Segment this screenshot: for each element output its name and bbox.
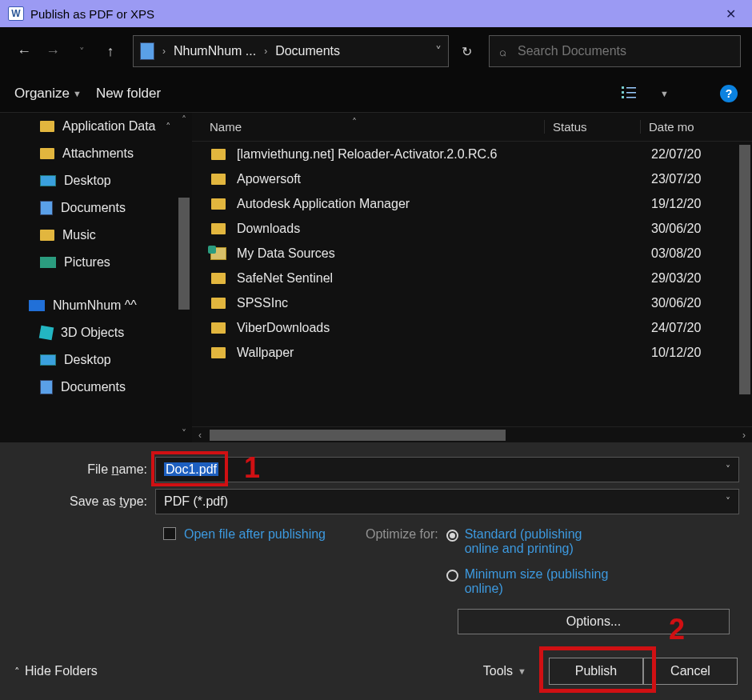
col-header-name[interactable]: Name ˄	[192, 120, 544, 134]
list-item[interactable]: Apowersoft 23/07/20	[192, 166, 752, 191]
folder-icon	[211, 298, 226, 309]
scroll-down-icon[interactable]: ˅	[182, 428, 186, 439]
list-item[interactable]: ViberDownloads 24/07/20	[192, 315, 752, 340]
list-item[interactable]: [lamviethung.net] Reloader-Activator.2.0…	[192, 142, 752, 166]
organize-label: Organize	[14, 86, 70, 102]
col-header-date[interactable]: Date mo	[640, 120, 752, 134]
tree-scrollbar[interactable]: ˄ ˅	[176, 113, 192, 442]
radio-icon	[446, 570, 458, 582]
folder-icon	[211, 174, 226, 185]
list-item[interactable]: My Data Sources 03/08/20	[192, 241, 752, 266]
open-after-checkbox[interactable]: Open file after publishing	[163, 527, 326, 596]
computer-icon	[29, 300, 45, 311]
scroll-thumb[interactable]	[739, 145, 750, 394]
address-bar[interactable]: › NhumNhum ... › Documents ˅	[133, 35, 449, 67]
back-button[interactable]: ←	[11, 38, 37, 64]
savetype-label: Save as type:	[13, 494, 155, 509]
list-item[interactable]: Wallpaper 10/12/20	[192, 340, 752, 365]
organize-button[interactable]: Organize ▼	[14, 86, 82, 102]
chevron-down-icon[interactable]: ˅	[726, 496, 730, 507]
publish-button[interactable]: Publish	[549, 658, 643, 685]
file-icon	[40, 380, 53, 394]
filename-value: Doc1.pdf	[164, 462, 218, 476]
radio-icon	[446, 530, 458, 542]
svg-rect-0	[622, 86, 624, 89]
scroll-thumb[interactable]	[210, 430, 506, 441]
history-dropdown[interactable]: ˅	[69, 38, 94, 64]
address-dropdown-icon[interactable]: ˅	[435, 44, 442, 59]
scroll-left-icon[interactable]: ‹	[192, 430, 208, 441]
folder-icon	[40, 230, 54, 241]
list-item[interactable]: Autodesk Application Manager 19/12/20	[192, 191, 752, 216]
list-item[interactable]: SafeNet Sentinel 29/03/20	[192, 266, 752, 290]
chevron-up-icon: ˄	[14, 666, 20, 678]
tree-item[interactable]: Attachments	[0, 140, 192, 167]
hide-folders-button[interactable]: ˄ Hide Folders	[14, 664, 98, 678]
scroll-up-icon[interactable]: ˄	[182, 114, 186, 126]
folder-icon	[211, 149, 226, 160]
tree-item-label: Documents	[61, 380, 126, 394]
ds-icon	[210, 247, 226, 260]
forward-button[interactable]: →	[40, 38, 66, 64]
savetype-select[interactable]: PDF (*.pdf) ˅	[155, 489, 739, 514]
file-name: [lamviethung.net] Reloader-Activator.2.0…	[237, 147, 555, 162]
pic-icon	[40, 257, 56, 268]
desk-icon	[40, 175, 56, 186]
tree-item[interactable]: Documents	[0, 194, 192, 222]
tree-item[interactable]: Desktop	[0, 167, 192, 194]
file-name: Downloads	[237, 222, 555, 236]
tree-item[interactable]: Documents	[0, 374, 192, 401]
breadcrumb-seg-1[interactable]: NhumNhum ...	[174, 44, 256, 58]
chevron-down-icon[interactable]: ˅	[726, 464, 730, 475]
refresh-button[interactable]: ↻	[452, 35, 481, 67]
optimize-label: Optimize for:	[366, 527, 438, 596]
file-name: SafeNet Sentinel	[237, 271, 555, 286]
file-list-panel: Name ˄ Status Date mo [lamviethung.net] …	[192, 113, 752, 442]
optimize-minimum-label: Minimum size (publishing online)	[465, 567, 609, 596]
body-split: Application Data˄ Attachments Desktop Do…	[0, 112, 752, 442]
file-icon	[40, 201, 53, 215]
desk-icon	[40, 354, 56, 366]
search-box[interactable]: ⌕	[489, 35, 741, 67]
scroll-thumb[interactable]	[178, 198, 190, 310]
titlebar: W Publish as PDF or XPS ✕	[0, 0, 752, 27]
cancel-button[interactable]: Cancel	[643, 658, 738, 685]
tree-item[interactable]: Music	[0, 222, 192, 249]
search-input[interactable]	[518, 44, 730, 58]
toolbar: Organize ▼ New folder ▼ ?	[0, 75, 752, 112]
svg-rect-2	[622, 96, 624, 98]
svg-rect-3	[626, 87, 636, 89]
list-item[interactable]: Downloads 30/06/20	[192, 216, 752, 241]
view-options-button[interactable]	[620, 86, 642, 102]
view-dropdown-icon[interactable]: ▼	[660, 89, 669, 98]
help-button[interactable]: ?	[720, 85, 738, 102]
optimize-standard-radio[interactable]: Standard (publishing online and printing…	[446, 527, 609, 556]
nav-row: ← → ˅ ↑ › NhumNhum ... › Documents ˅ ↻ ⌕	[0, 27, 752, 75]
tree-item[interactable]: Application Data˄	[0, 113, 192, 140]
scroll-right-icon[interactable]: ›	[736, 430, 752, 441]
breadcrumb-seg-2[interactable]: Documents	[275, 44, 340, 58]
filename-input[interactable]: Doc1.pdf ˅ 1	[155, 457, 739, 482]
tree-computer[interactable]: NhumNhum ^^	[0, 292, 192, 319]
list-item[interactable]: SPSSInc 30/06/20	[192, 290, 752, 315]
new-folder-button[interactable]: New folder	[96, 86, 161, 102]
folder-icon	[40, 121, 54, 132]
optimize-minimum-radio[interactable]: Minimum size (publishing online)	[446, 567, 609, 596]
list-hscrollbar[interactable]: ‹ ›	[192, 426, 752, 442]
location-icon	[140, 42, 154, 60]
tree-item[interactable]: 3D Objects	[0, 319, 192, 346]
tree-item-label: NhumNhum ^^	[53, 298, 137, 313]
folder-icon	[40, 148, 54, 159]
close-button[interactable]: ✕	[712, 0, 749, 27]
tree-item[interactable]: Pictures	[0, 249, 192, 276]
nav-tree: Application Data˄ Attachments Desktop Do…	[0, 113, 192, 442]
up-button[interactable]: ↑	[98, 38, 123, 64]
tools-dropdown[interactable]: Tools ▼	[483, 664, 526, 678]
tree-item-label: Desktop	[64, 353, 111, 367]
col-header-status[interactable]: Status	[544, 120, 640, 134]
tree-item-label: 3D Objects	[61, 326, 124, 340]
folder-icon	[211, 322, 226, 334]
tree-item[interactable]: Desktop	[0, 346, 192, 374]
list-vscrollbar[interactable]	[738, 142, 752, 426]
options-button[interactable]: Options...	[458, 609, 730, 634]
